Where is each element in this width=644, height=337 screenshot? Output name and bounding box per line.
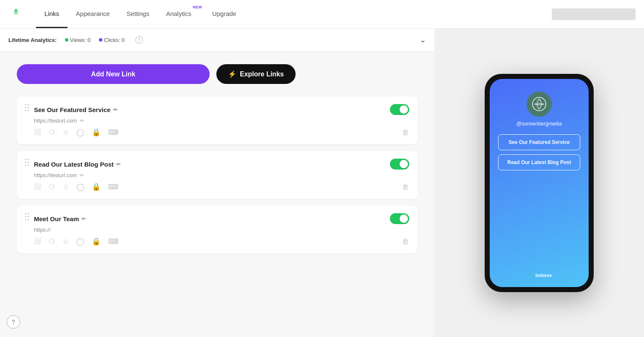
schedule-icon-1[interactable]: ◯: [76, 128, 84, 137]
tab-upgrade[interactable]: Upgrade: [204, 0, 245, 28]
views-dot: [65, 38, 68, 42]
card-title-row-1: See Our Featured Service ✏: [34, 104, 409, 115]
lock-icon-1[interactable]: 🔒: [92, 128, 101, 137]
stats-icon-2[interactable]: ⌨: [108, 183, 119, 191]
schedule-icon-3[interactable]: ◯: [76, 237, 84, 246]
phone-link-btn-2[interactable]: Read Our Latest Blog Post: [498, 154, 580, 170]
new-badge: NEW: [193, 5, 203, 9]
link-title-1: See Our Featured Service ✏: [34, 106, 118, 113]
delete-icon-3[interactable]: 🗑: [402, 238, 409, 246]
toggle-2[interactable]: [390, 159, 409, 170]
card-title-row-2: Read Our Latest Blog Post ✏: [34, 159, 409, 170]
link-card-2: Read Our Latest Blog Post ✏ https://test…: [17, 151, 418, 199]
logo: [8, 7, 23, 22]
clicks-dot: [99, 38, 102, 42]
card-title-row-3: Meet Our Team ✏: [34, 213, 409, 224]
header-right-bar: [552, 8, 636, 20]
image-icon-2[interactable]: ⚆: [49, 183, 55, 191]
clicks-stat: Clicks: 0: [99, 37, 125, 43]
toggle-slider-1: [390, 104, 409, 115]
avatar: [527, 91, 552, 117]
card-url-1: https://testurl.com ✏: [34, 118, 409, 124]
delete-icon-2[interactable]: 🗑: [402, 183, 409, 191]
star-icon-2[interactable]: ☆: [62, 183, 69, 191]
phone-frame: @sonnenbergmedia See Our Featured Servic…: [485, 74, 594, 292]
edit-title-icon-2[interactable]: ✏: [116, 161, 121, 167]
toggle-3[interactable]: [390, 213, 409, 224]
link-title-2: Read Our Latest Blog Post ✏: [34, 161, 121, 168]
drag-handle-2[interactable]: [25, 159, 29, 166]
card-content-1: See Our Featured Service ✏ https://testu…: [34, 104, 409, 137]
edit-title-icon-1[interactable]: ✏: [113, 107, 118, 113]
thumbnail-icon-1[interactable]: ⛆: [34, 128, 41, 137]
edit-url-icon-1[interactable]: ✏: [80, 118, 84, 124]
action-buttons: Add New Link ⚡ Explore Links: [17, 64, 418, 84]
star-icon-1[interactable]: ☆: [62, 128, 69, 137]
card-content-2: Read Our Latest Blog Post ✏ https://test…: [34, 159, 409, 191]
link-title-3: Meet Our Team ✏: [34, 215, 86, 222]
card-icons-row-3: ⛆ ⚆ ☆ ◯ 🔒 ⌨ 🗑: [34, 237, 409, 246]
tab-analytics[interactable]: NEW Analytics: [158, 0, 204, 28]
drag-handle-1[interactable]: [25, 104, 29, 111]
content-area: Add New Link ⚡ Explore Links See Our Fea…: [0, 52, 434, 273]
phone-link-btn-1[interactable]: See Our Featured Service: [498, 134, 580, 150]
link-card-1: See Our Featured Service ✏ https://testu…: [17, 97, 418, 144]
left-panel: Lifetime Analytics: Views: 0 Clicks: 0 ?…: [0, 29, 434, 337]
delete-icon-1[interactable]: 🗑: [402, 128, 409, 137]
toggle-slider-3: [390, 213, 409, 224]
header-placeholder-bar: [552, 8, 636, 20]
analytics-chevron-icon[interactable]: ⌄: [420, 35, 426, 44]
analytics-bar-left: Lifetime Analytics: Views: 0 Clicks: 0 ?: [8, 36, 143, 44]
phone-screen: @sonnenbergmedia See Our Featured Servic…: [490, 79, 589, 287]
link-card-3: Meet Our Team ✏ https:// ⛆: [17, 206, 418, 253]
tab-links[interactable]: Links: [36, 0, 68, 28]
main-layout: Lifetime Analytics: Views: 0 Clicks: 0 ?…: [0, 29, 644, 337]
thumbnail-icon-2[interactable]: ⛆: [34, 183, 41, 191]
explore-links-button[interactable]: ⚡ Explore Links: [216, 64, 296, 84]
analytics-label: Lifetime Analytics:: [8, 37, 57, 43]
card-content-3: Meet Our Team ✏ https:// ⛆: [34, 213, 409, 246]
card-icons-left-3: ⛆ ⚆ ☆ ◯ 🔒 ⌨: [34, 237, 119, 246]
nav-tabs: Links Appearance Settings NEW Analytics …: [36, 0, 245, 28]
schedule-icon-2[interactable]: ◯: [76, 183, 84, 191]
analytics-bar: Lifetime Analytics: Views: 0 Clicks: 0 ?…: [0, 29, 434, 52]
phone-preview-panel: @sonnenbergmedia See Our Featured Servic…: [434, 29, 644, 337]
phone-footer: linktree: [527, 272, 552, 279]
card-icons-left-2: ⛆ ⚆ ☆ ◯ 🔒 ⌨: [34, 183, 119, 191]
edit-title-icon-3[interactable]: ✏: [81, 216, 86, 222]
lock-icon-2[interactable]: 🔒: [92, 183, 101, 191]
help-button[interactable]: ?: [7, 315, 20, 329]
thumbnail-icon-3[interactable]: ⛆: [34, 238, 41, 246]
stats-icon-3[interactable]: ⌨: [108, 237, 119, 246]
toggle-1[interactable]: [390, 104, 409, 115]
card-url-3: https://: [34, 227, 409, 233]
toggle-slider-2: [390, 159, 409, 170]
views-stat: Views: 0: [65, 37, 91, 43]
phone-username: @sonnenbergmedia: [517, 121, 562, 127]
card-icons-row-2: ⛆ ⚆ ☆ ◯ 🔒 ⌨ 🗑: [34, 183, 409, 191]
star-icon-3[interactable]: ☆: [62, 237, 69, 246]
image-icon-3[interactable]: ⚆: [49, 237, 55, 246]
info-icon[interactable]: ?: [135, 36, 143, 44]
image-icon-1[interactable]: ⚆: [49, 128, 55, 137]
tab-settings[interactable]: Settings: [118, 0, 158, 28]
card-icons-row-1: ⛆ ⚆ ☆ ◯ 🔒 ⌨ 🗑: [34, 128, 409, 137]
lightning-icon: ⚡: [228, 70, 236, 78]
add-new-link-button[interactable]: Add New Link: [17, 64, 210, 84]
tab-appearance[interactable]: Appearance: [68, 0, 118, 28]
drag-handle-3[interactable]: [25, 213, 29, 220]
edit-url-icon-2[interactable]: ✏: [80, 172, 84, 178]
stats-icon-1[interactable]: ⌨: [108, 128, 119, 137]
header: Links Appearance Settings NEW Analytics …: [0, 0, 644, 29]
card-url-2: https://testurl.com ✏: [34, 172, 409, 178]
card-icons-left-1: ⛆ ⚆ ☆ ◯ 🔒 ⌨: [34, 128, 119, 137]
lock-icon-3[interactable]: 🔒: [92, 237, 101, 246]
